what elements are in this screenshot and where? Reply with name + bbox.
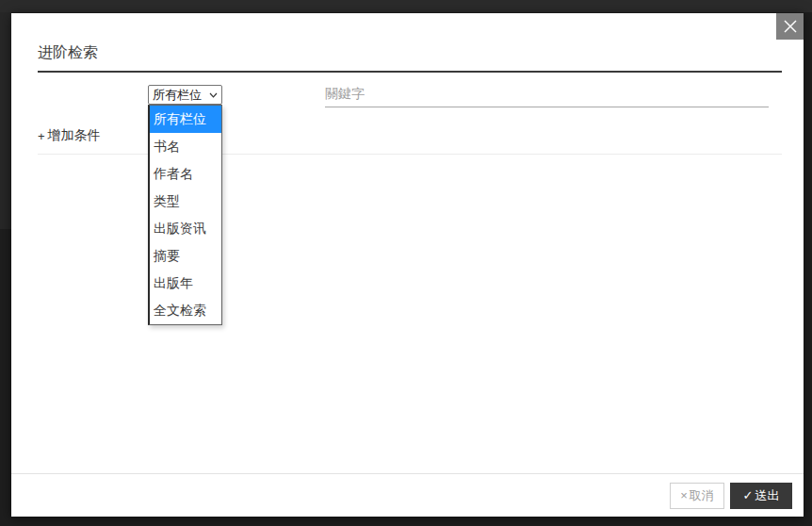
submit-button[interactable]: ✓ 送出 (730, 483, 792, 509)
dropdown-option[interactable]: 摘要 (150, 242, 221, 270)
close-button[interactable] (776, 13, 804, 40)
chevron-down-icon (209, 92, 218, 98)
dropdown-option[interactable]: 全文检索 (150, 297, 221, 324)
title-divider (38, 71, 782, 73)
dropdown-option[interactable]: 类型 (150, 188, 221, 215)
dropdown-option[interactable]: 书名 (150, 133, 221, 160)
field-dropdown-list: 所有栏位书名作者名类型出版资讯摘要出版年全文检索 (148, 105, 222, 325)
dialog-title: 进阶检索 (38, 43, 98, 63)
field-select[interactable]: 所有栏位 (148, 85, 222, 105)
background-page-top (0, 0, 812, 12)
dropdown-option[interactable]: 出版资讯 (150, 215, 221, 242)
add-condition-link[interactable]: + 增加条件 (38, 127, 101, 144)
dropdown-option[interactable]: 作者名 (150, 160, 221, 188)
background-page-left (0, 12, 11, 229)
cancel-button[interactable]: × 取消 (670, 483, 724, 509)
dialog-footer: × 取消 ✓ 送出 (11, 473, 804, 517)
check-icon: ✓ (743, 489, 754, 501)
cancel-button-label: 取消 (690, 487, 714, 504)
dropdown-option[interactable]: 所有栏位 (150, 106, 221, 133)
keyword-input[interactable] (325, 79, 769, 107)
submit-button-label: 送出 (755, 487, 779, 504)
close-icon (783, 19, 798, 34)
advanced-search-dialog: 进阶检索 所有栏位 所有栏位书名作者名类型出版资讯摘要出版年全文检索 + 增加条… (11, 13, 804, 517)
cancel-x-icon: × (680, 489, 688, 501)
field-select-value: 所有栏位 (153, 87, 202, 104)
plus-icon: + (38, 130, 45, 142)
dropdown-option[interactable]: 出版年 (150, 270, 221, 297)
add-condition-label: 增加条件 (48, 127, 101, 144)
